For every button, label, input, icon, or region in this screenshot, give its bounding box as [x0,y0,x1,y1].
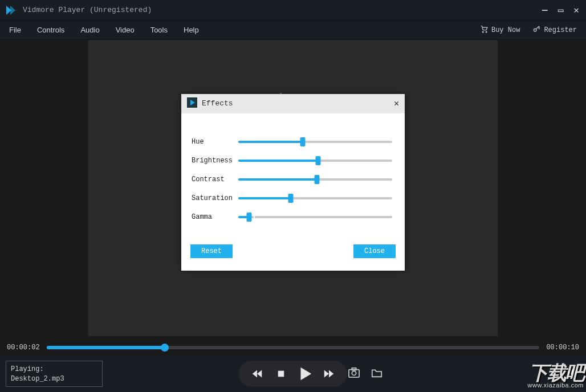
slider-brightness[interactable] [238,156,392,165]
slider-row-gamma: Gamma [192,213,392,222]
window-title: Vidmore Player (Unregistered) [23,6,152,14]
svg-marker-17 [568,369,573,376]
effects-dialog-title: Effects [202,99,233,108]
key-icon [532,25,540,35]
titlebar: Vidmore Player (Unregistered) — ▭ ✕ [0,0,586,21]
svg-rect-16 [352,368,356,370]
menu-help[interactable]: Help [184,26,199,34]
now-playing-label: Playing: [11,365,97,374]
menu-audio[interactable]: Audio [80,26,99,34]
svg-marker-1 [10,6,15,15]
slider-label: Brightness [192,157,238,165]
previous-button[interactable] [247,364,267,384]
effects-close-button[interactable]: ✕ [394,98,399,109]
slider-contrast[interactable] [238,175,392,184]
effects-dialog: Effects ✕ Hue Brightness Contrast Satura… [181,94,405,271]
svg-marker-11 [301,368,312,381]
svg-rect-10 [278,371,284,377]
menubar: File Controls Audio Video Tools Help Buy… [0,21,586,40]
now-playing-box: Playing: Desktop_2.mp3 [6,361,103,387]
volume-icon[interactable] [567,367,578,381]
slider-label: Gamma [192,213,238,221]
effects-close-action-button[interactable]: Close [353,244,396,258]
slider-label: Hue [192,138,238,146]
menu-tools[interactable]: Tools [150,26,168,34]
menu-file[interactable]: File [9,26,21,34]
slider-row-hue: Hue [192,137,392,146]
stop-button[interactable] [271,364,291,384]
svg-point-4 [534,28,537,31]
snapshot-icon[interactable] [348,367,360,381]
app-logo-icon [5,4,17,17]
svg-marker-9 [257,370,262,378]
time-total: 00:00:10 [546,344,579,352]
svg-marker-13 [329,370,333,378]
slider-gamma[interactable] [238,213,392,222]
svg-point-2 [482,31,483,32]
effects-reset-button[interactable]: Reset [190,244,233,258]
transport-controls [239,361,347,387]
slider-row-brightness: Brightness [192,156,392,165]
next-button[interactable] [319,364,339,384]
timeline-slider[interactable] [47,346,540,349]
buy-now-button[interactable]: Buy Now [480,25,520,35]
menu-video[interactable]: Video [116,26,135,34]
play-button[interactable] [295,364,315,384]
svg-point-15 [352,371,356,375]
svg-marker-8 [253,370,257,378]
effects-header-logo-icon [187,97,197,110]
cart-icon [480,25,488,35]
slider-saturation[interactable] [238,194,392,203]
register-button[interactable]: Register [532,25,577,35]
slider-label: Saturation [192,194,238,202]
slider-row-contrast: Contrast [192,175,392,184]
effects-dialog-header: Effects ✕ [181,94,405,113]
svg-point-3 [486,31,487,32]
slider-row-saturation: Saturation [192,194,392,203]
viewport: Effects ✕ Hue Brightness Contrast Satura… [0,40,586,336]
close-window-button[interactable]: ✕ [573,5,579,16]
slider-hue[interactable] [238,137,392,146]
now-playing-file: Desktop_2.mp3 [11,374,97,384]
folder-icon[interactable] [371,367,383,381]
menu-controls[interactable]: Controls [37,26,64,34]
svg-marker-12 [324,370,329,378]
time-current: 00:00:02 [7,344,40,352]
maximize-button[interactable]: ▭ [558,5,564,16]
slider-label: Contrast [192,175,238,183]
minimize-button[interactable]: — [542,5,548,15]
bottombar: Playing: Desktop_2.mp3 [0,356,586,392]
